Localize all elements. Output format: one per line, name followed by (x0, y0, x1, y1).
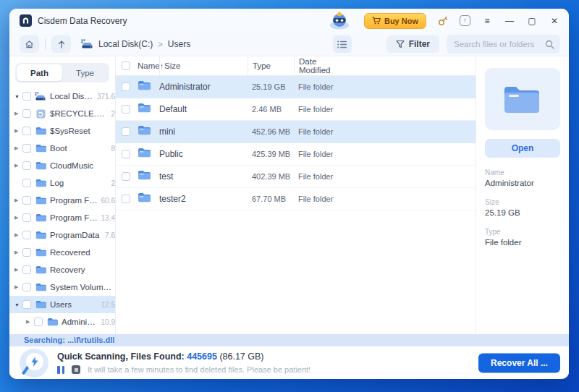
tree-item-recovery[interactable]: ▶Recovery (9, 261, 115, 278)
folder-icon (35, 127, 46, 135)
key-icon[interactable] (437, 15, 449, 26)
tree-checkbox[interactable] (22, 161, 31, 170)
divider (45, 38, 46, 50)
tree-checkbox[interactable] (22, 231, 31, 239)
stop-button[interactable] (72, 365, 80, 374)
tree-item-system-volume-inform-[interactable]: ▶System Volume Inform... (9, 278, 115, 296)
file-name: mini (159, 127, 248, 137)
file-size: 425.39 MB (248, 150, 294, 158)
expand-right-icon[interactable]: ▶ (14, 232, 22, 238)
expand-right-icon[interactable]: ▶ (14, 163, 22, 169)
tree-item-recovered[interactable]: ▶Recovered (9, 244, 115, 261)
tree-item-program-files-x86-[interactable]: ▶Program Files (x86)13.4 (9, 209, 115, 226)
tree-checkbox[interactable] (22, 248, 31, 257)
tree-item-administrator[interactable]: ▶Administrator10.9 (9, 313, 115, 331)
expand-right-icon[interactable]: ▶ (14, 284, 22, 290)
minimize-button[interactable]: — (504, 16, 515, 26)
expand-right-icon[interactable]: ▶ (14, 267, 22, 273)
expand-down-icon[interactable]: ▼ (14, 302, 22, 307)
expand-right-icon[interactable]: ▶ (14, 197, 22, 203)
tab-path[interactable]: Path (17, 64, 62, 81)
close-button[interactable]: ✕ (549, 16, 560, 26)
tree-item-label: Administrator (62, 318, 99, 326)
home-button[interactable] (20, 35, 39, 53)
expand-right-icon[interactable]: ▶ (14, 111, 22, 116)
tree-checkbox[interactable] (22, 300, 31, 309)
expand-right-icon[interactable]: ▶ (14, 250, 22, 255)
folder-icon (35, 231, 46, 239)
tree-checkbox[interactable] (22, 265, 31, 274)
row-checkbox[interactable] (122, 150, 130, 158)
field-value-name: Administrator (485, 179, 560, 187)
tab-type[interactable]: Type (62, 64, 108, 81)
buy-now-button[interactable]: Buy Now (364, 13, 426, 29)
expand-down-icon[interactable]: ▼ (14, 94, 22, 99)
tree-item-boot[interactable]: ▶Boot8 (9, 140, 115, 157)
tree-checkbox[interactable] (22, 283, 31, 291)
file-row-test[interactable]: test402.39 MBFile folder (116, 166, 476, 188)
expand-right-icon[interactable]: ▶ (14, 128, 22, 134)
tree-item-users[interactable]: ▼Users12.5 (9, 296, 115, 313)
upgrade-icon[interactable]: ↑ (460, 15, 470, 26)
row-checkbox[interactable] (122, 105, 130, 114)
file-row-mini[interactable]: mini452.96 MBFile folder (116, 121, 476, 143)
tree-checkbox[interactable] (34, 318, 43, 326)
column-size[interactable]: Size (159, 56, 248, 75)
pause-button[interactable] (57, 366, 64, 374)
tree-checkbox[interactable] (22, 179, 31, 187)
expand-right-icon[interactable]: ▶ (14, 145, 22, 151)
file-type: File folder (294, 172, 347, 181)
file-type: File folder (294, 105, 347, 114)
open-button[interactable]: Open (485, 139, 560, 158)
file-preview (485, 68, 560, 130)
tree-item-label: Recovery (50, 265, 113, 274)
menu-icon[interactable]: ≡ (481, 16, 493, 26)
maximize-button[interactable]: ▢ (526, 16, 538, 26)
tree-item--sysreset[interactable]: ▶$SysReset (9, 122, 115, 140)
folder-icon (35, 248, 46, 257)
file-row-administrator[interactable]: Administrator25.19 GBFile folder (116, 76, 476, 98)
tree-item-size: 7.6 (105, 231, 115, 239)
tree-item-log[interactable]: Log2 (9, 174, 115, 192)
tree-checkbox[interactable] (22, 144, 31, 153)
row-checkbox[interactable] (122, 172, 130, 181)
folder-icon (35, 196, 46, 205)
file-row-tester2[interactable]: tester267.70 MBFile folder (116, 188, 476, 210)
up-arrow-icon (57, 40, 66, 49)
tree-item-cloudmusic[interactable]: ▶CloudMusic (9, 157, 115, 174)
tree-item--recycle-bin[interactable]: ▶$RECYCLE.BIN2 (9, 105, 115, 122)
file-size: 402.39 MB (248, 172, 294, 181)
column-name[interactable]: Name (138, 61, 160, 70)
up-button[interactable] (51, 35, 71, 53)
tree-checkbox[interactable] (22, 127, 31, 135)
row-checkbox[interactable] (122, 127, 130, 136)
field-label-size: Size (485, 198, 560, 206)
filter-button[interactable]: Filter (386, 35, 439, 53)
drive-icon (81, 39, 93, 49)
tree-checkbox[interactable] (22, 109, 31, 118)
tree-checkbox[interactable] (22, 92, 31, 101)
tree-checkbox[interactable] (22, 213, 31, 222)
file-row-default[interactable]: Default2.46 MBFile folder (116, 98, 476, 121)
tree-item-programdata[interactable]: ▶ProgramData7.6 (9, 226, 115, 244)
column-type[interactable]: Type (248, 56, 294, 75)
scan-progress-icon (20, 349, 48, 378)
recycle-bin-icon (36, 109, 46, 119)
breadcrumb-drive[interactable]: Local Disk(C:) (98, 39, 153, 49)
recover-all-button[interactable]: Recover All ... (478, 353, 560, 372)
search-input[interactable] (454, 40, 545, 48)
expand-right-icon[interactable]: ▶ (14, 215, 22, 221)
search-icon[interactable] (545, 40, 554, 49)
select-all-checkbox[interactable] (122, 61, 130, 70)
tree-item-program-files[interactable]: ▶Program Files60.6 (9, 192, 115, 209)
breadcrumb-folder[interactable]: Users (168, 39, 190, 49)
tree-item-local-disk-c-[interactable]: ▼Local Disk(C:)371.6 (9, 88, 115, 105)
tree-checkbox[interactable] (22, 196, 31, 205)
row-checkbox[interactable] (122, 195, 130, 203)
filter-label: Filter (409, 39, 430, 49)
column-date-modified[interactable]: Date Modified (294, 56, 347, 75)
file-row-public[interactable]: Public425.39 MBFile folder (116, 143, 476, 166)
view-toggle-button[interactable] (333, 35, 352, 53)
row-checkbox[interactable] (122, 82, 130, 91)
expand-right-icon[interactable]: ▶ (26, 319, 34, 325)
